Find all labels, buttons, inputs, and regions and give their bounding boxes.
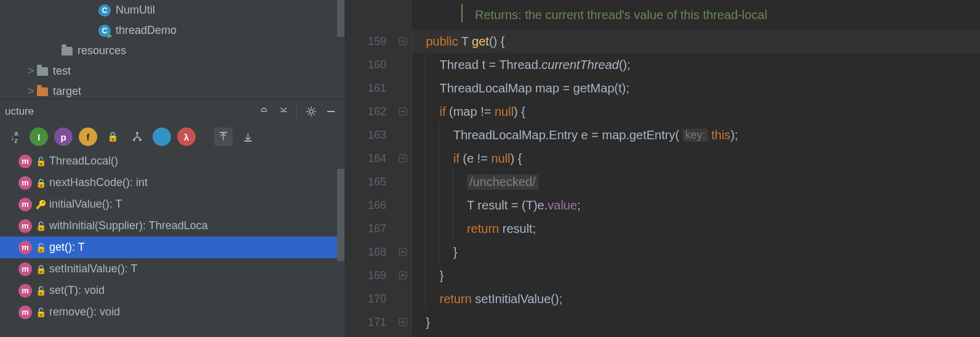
project-tree-item[interactable]: CNumUtil [0,0,345,20]
code-lines[interactable]: public T get() { Thread t = Thread.curre… [412,30,980,337]
expand-all-icon[interactable] [255,103,273,120]
structure-method-item[interactable]: m🔒setInitialValue(): T [0,258,345,280]
code-line[interactable]: return result; [412,217,980,240]
project-tree[interactable]: CNumUtilC▶threadDemoresources>test>targe… [0,0,345,99]
code-line[interactable]: } [412,311,980,334]
fold-marker[interactable] [394,240,412,264]
project-tree-item[interactable]: >target [0,81,345,99]
folder-icon [62,47,73,55]
fold-marker [394,123,412,147]
method-icon: m [18,241,32,254]
sort-alpha-icon[interactable]: ↓az [5,128,23,146]
method-label: remove(): void [49,306,120,319]
filter-class-icon[interactable] [153,128,171,146]
line-number[interactable]: 166 [345,193,386,217]
svg-point-1 [136,132,138,134]
code-line[interactable]: ThreadLocalMap map = getMap(t); [412,76,980,100]
fold-marker[interactable] [394,264,412,287]
protected-icon: 🔑 [36,200,46,209]
fold-marker[interactable] [394,147,412,170]
structure-list[interactable]: m🔓ThreadLocal()m🔒nextHashCode(): intm🔑in… [0,150,345,337]
autoscroll-from-source-icon[interactable] [239,128,257,146]
public-icon: 🔓 [36,221,46,231]
structure-method-item[interactable]: m🔒nextHashCode(): int [0,172,345,193]
fold-marker [394,193,412,217]
structure-toolbar: ↓az I p f 🔒 λ [0,123,345,150]
line-number[interactable]: 162 [345,100,386,123]
public-icon: 🔓 [36,307,46,317]
code-line[interactable]: return setInitialValue(); [412,287,980,311]
code-line[interactable]: } [412,240,980,264]
line-number[interactable]: 164 [345,147,386,170]
fold-marker[interactable] [394,30,412,53]
tree-item-label: NumUtil [116,4,155,17]
code-line[interactable]: /unchecked/ [412,170,980,193]
structure-method-item[interactable]: m🔓get(): T [0,237,345,258]
line-number[interactable]: 165 [345,170,386,193]
line-number[interactable]: 163 [345,123,386,147]
code-line[interactable]: public T get() { [412,30,980,53]
structure-method-item[interactable]: m🔓ThreadLocal() [0,150,345,172]
svg-point-2 [133,139,135,141]
javadoc-returns: Returns: the current thread's value of t… [463,0,767,30]
public-icon: 🔓 [36,286,46,296]
chevron-right-icon[interactable]: > [25,85,37,98]
code-line[interactable]: if (map != null) { [412,100,980,123]
line-number-gutter[interactable]: 159160161162163164165166167168169170171 [345,30,394,337]
svg-rect-9 [399,248,407,256]
line-number[interactable]: 171 [345,311,386,334]
gear-icon[interactable] [303,103,320,120]
line-number[interactable]: 161 [345,76,386,100]
hierarchy-icon[interactable] [128,128,146,146]
project-scrollbar[interactable] [337,0,345,37]
method-label: set(T): void [49,284,105,297]
line-number[interactable]: 159 [345,30,386,53]
line-number[interactable]: 167 [345,217,386,240]
fold-marker[interactable] [394,100,412,123]
code-line[interactable]: } [412,264,980,287]
line-number[interactable]: 170 [345,287,386,311]
project-tree-item[interactable]: resources [0,41,345,61]
fold-gutter[interactable] [394,30,412,337]
structure-scrollbar[interactable] [337,169,345,261]
separator [296,105,297,118]
method-icon: m [18,198,32,211]
fold-marker [394,76,412,100]
method-label: get(): T [49,241,85,254]
code-line[interactable]: Thread t = Thread.currentThread(); [412,53,980,76]
project-tree-item[interactable]: C▶threadDemo [0,20,345,41]
minimize-icon[interactable] [322,103,340,120]
structure-method-item[interactable]: m🔑initialValue(): T [0,193,345,215]
code-editor[interactable]: Returns: the current thread's value of t… [345,0,980,337]
autoscroll-to-source-icon[interactable] [214,128,233,146]
structure-method-item[interactable]: m🔓set(T): void [0,280,345,301]
filter-field-icon[interactable]: f [79,128,97,146]
method-icon: m [18,219,32,233]
line-number[interactable]: 160 [345,53,386,76]
filter-lambda-icon[interactable]: λ [177,128,196,146]
tree-item-label: target [53,85,81,98]
folder-icon [37,67,48,76]
code-line[interactable]: ThreadLocalMap.Entry e = map.getEntry( k… [412,123,980,147]
method-icon: m [18,176,32,190]
chevron-right-icon[interactable]: > [25,65,37,78]
public-icon: 🔓 [36,156,46,166]
collapse-all-icon[interactable] [275,103,292,120]
folder-icon [37,87,48,96]
class-icon: C [98,4,111,17]
line-number[interactable]: 168 [345,240,386,264]
code-line[interactable]: if (e != null) { [412,147,980,170]
structure-method-item[interactable]: m🔓remove(): void [0,301,345,323]
project-tree-item[interactable]: >test [0,61,345,81]
code-area[interactable]: 159160161162163164165166167168169170171 … [345,30,980,337]
structure-method-item[interactable]: m🔓withInitial(Supplier): ThreadLoca [0,215,345,237]
filter-property-icon[interactable]: p [54,128,73,146]
filter-interface-icon[interactable]: I [30,128,48,146]
line-number[interactable]: 169 [345,264,386,287]
code-line[interactable]: T result = (T)e.value; [412,193,980,217]
fold-marker[interactable] [394,311,412,334]
filter-private-icon[interactable]: 🔒 [103,128,122,146]
svg-rect-10 [399,272,407,279]
structure-title: ucture [5,105,253,118]
method-label: ThreadLocal() [49,155,118,168]
